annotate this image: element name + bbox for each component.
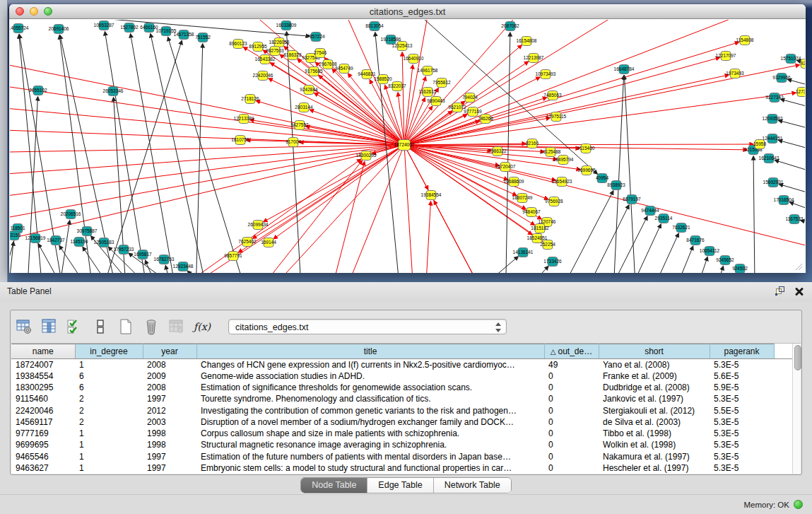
graph-node[interactable]: 9474444 (641, 206, 659, 216)
graph-edge[interactable] (781, 99, 805, 129)
function-builder-icon[interactable]: ƒ(x) (193, 317, 211, 337)
graph-edge[interactable] (779, 140, 805, 172)
tab-network-table[interactable]: Network Table (433, 478, 511, 493)
graph-node[interactable]: 17957233 (114, 245, 134, 255)
graph-node[interactable]: 16543382 (255, 55, 276, 64)
table-cell[interactable]: 1 (75, 462, 143, 474)
graph-node[interactable]: 1527802 (120, 23, 139, 33)
graph-node[interactable]: 9115460 (577, 144, 595, 153)
graph-node[interactable]: 2803144 (295, 103, 313, 112)
graph-node[interactable]: 14671358 (174, 30, 194, 40)
graph-node[interactable]: 7955812 (433, 78, 451, 88)
table-cell[interactable]: 2 (75, 416, 143, 428)
graph-edge[interactable] (404, 151, 420, 273)
close-panel-icon[interactable] (795, 287, 804, 296)
graph-node[interactable]: 2055102 (29, 86, 47, 95)
graph-edge[interactable] (38, 244, 102, 273)
graph-edge[interactable] (187, 271, 307, 273)
table-cell[interactable]: 0 (544, 462, 599, 474)
table-cell[interactable]: 5.9E-5 (710, 382, 774, 393)
graph-node[interactable]: 9890443 (427, 97, 445, 106)
table-cell[interactable]: 1 (75, 439, 143, 450)
table-cell[interactable]: 5.3E-5 (710, 428, 774, 439)
graph-node[interactable]: 1695817 (134, 250, 152, 259)
table-cell[interactable]: 2 (75, 393, 143, 404)
graph-node[interactable]: 14055724 (10, 24, 29, 33)
table-cell[interactable]: 6 (75, 382, 143, 393)
table-cell[interactable]: 9777169 (11, 428, 75, 439)
table-row[interactable]: 1872400712008Changes of HCN gene express… (11, 359, 792, 370)
graph-edge[interactable] (420, 201, 430, 273)
graph-node[interactable]: 8960123 (229, 40, 247, 49)
column-options-button[interactable] (40, 317, 59, 337)
table-cell[interactable]: 2009 (143, 370, 196, 382)
graph-node[interactable]: 18300295 (356, 151, 377, 160)
graph-node[interactable]: 17016504 (774, 196, 794, 205)
graph-edge[interactable] (692, 267, 723, 273)
float-panel-icon[interactable] (776, 286, 785, 296)
table-cell[interactable]: 9463627 (11, 462, 75, 474)
graph-node[interactable]: 16154808 (517, 37, 537, 46)
table-cell[interactable]: 2012 (143, 405, 196, 416)
graph-node[interactable]: 16782753 (154, 255, 175, 264)
graph-node[interactable]: 2718126 (241, 95, 259, 104)
west-panel-divider[interactable] (0, 0, 8, 282)
table-cell[interactable]: 0 (544, 439, 599, 450)
table-cell[interactable]: Genome-wide association studies in ADHD. (196, 370, 544, 382)
graph-edge[interactable] (410, 65, 799, 144)
table-cell[interactable]: 5.3E-5 (710, 462, 774, 474)
graph-node[interactable]: 9242844 (300, 86, 318, 95)
graph-node[interactable]: 1167533 (786, 215, 804, 224)
graph-node[interactable]: 6879197 (623, 195, 641, 204)
graph-node[interactable]: 8813054 (365, 22, 384, 31)
table-cell[interactable]: Tibbo et al. (1998) (599, 428, 710, 439)
table-row[interactable]: 1830029562008Estimation of significance … (11, 382, 792, 393)
graph-edge[interactable] (753, 156, 755, 273)
table-cell[interactable]: 0 (544, 416, 599, 428)
table-row[interactable]: 2242004622012Investigating the contribut… (11, 405, 792, 416)
graph-edge[interactable] (410, 146, 805, 260)
graph-edge[interactable] (406, 257, 518, 273)
graph-edge[interactable] (307, 162, 365, 273)
graph-node[interactable]: 1145194 (71, 238, 88, 247)
graph-node[interactable]: 40954 (596, 174, 608, 183)
table-cell[interactable]: 5.3E-5 (710, 359, 774, 370)
table-cell[interactable]: Stergiakouli et al. (2012) (599, 405, 710, 416)
graph-edge[interactable] (409, 20, 688, 142)
graph-edge[interactable] (434, 201, 533, 273)
graph-node[interactable]: 17975115 (546, 112, 567, 122)
table-cell[interactable]: Dudbridge et al. (2008) (599, 382, 710, 393)
graph-node[interactable]: 7857224 (307, 33, 325, 42)
table-cell[interactable]: 5.3E-5 (710, 439, 774, 450)
graph-node[interactable]: 252254 (540, 240, 555, 250)
table-cell[interactable]: Embryonic stem cells: a model to study s… (196, 462, 544, 474)
graph-node[interactable]: 16210643 (759, 154, 779, 163)
graph-node[interactable]: 26099434 (248, 221, 269, 230)
graph-node[interactable]: 12213389 (234, 115, 254, 124)
graph-edge[interactable] (10, 242, 13, 273)
graph-node[interactable]: 9245652 (716, 256, 734, 265)
table-cell[interactable]: Changes of HCN gene expression and I(f) … (196, 359, 544, 370)
table-row[interactable]: 911546021997Tourette syndrome. Phenomeno… (11, 393, 792, 404)
column-header-name[interactable]: name (11, 344, 75, 359)
table-cell[interactable]: 2003 (143, 416, 196, 428)
table-options-button[interactable] (15, 317, 33, 337)
graph-node[interactable]: 20206516 (61, 210, 81, 219)
table-cell[interactable]: 14569117 (11, 416, 75, 428)
table-cell[interactable]: Wolkin et al. (1998) (599, 439, 710, 450)
table-cell[interactable]: Estimation of significance thresholds fo… (196, 382, 544, 393)
table-cell[interactable]: 1998 (143, 428, 196, 439)
table-cell[interactable]: 0 (544, 405, 599, 416)
table-cell[interactable]: Structural magnetic resonance image aver… (196, 439, 544, 450)
table-row[interactable]: 946362711997Embryonic stem cells: a mode… (11, 462, 792, 474)
import-table-button[interactable] (167, 317, 186, 337)
graph-node[interactable]: 10125488 (541, 148, 561, 157)
graph-edge[interactable] (264, 148, 399, 222)
table-cell[interactable]: Investigating the contribution of common… (196, 405, 544, 416)
graph-edge[interactable] (406, 77, 425, 140)
graph-edge[interactable] (624, 76, 639, 273)
graph-edge[interactable] (558, 205, 629, 273)
graph-edge[interactable] (621, 233, 678, 273)
graph-node[interactable]: 27546 (314, 49, 326, 58)
table-cell[interactable]: 1 (75, 428, 143, 439)
